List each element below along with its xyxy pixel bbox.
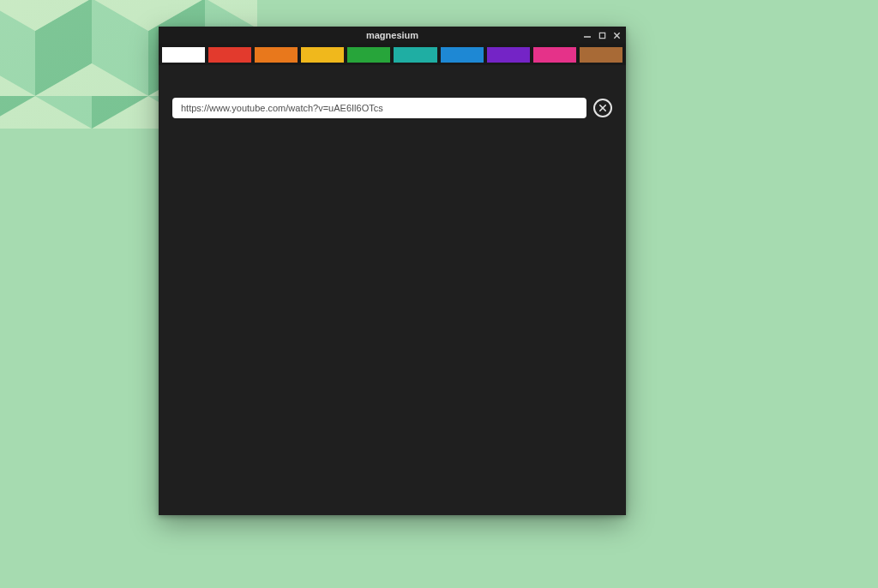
close-icon	[613, 32, 621, 39]
svg-rect-10	[599, 33, 604, 38]
x-icon	[599, 105, 606, 111]
url-input[interactable]	[172, 98, 586, 118]
content-area	[159, 125, 626, 515]
clear-button[interactable]	[593, 99, 612, 117]
tab-1[interactable]	[208, 47, 251, 63]
tab-6[interactable]	[441, 47, 484, 63]
titlebar-controls	[581, 27, 622, 44]
maximize-icon	[598, 32, 606, 39]
application-window: magnesium	[159, 27, 626, 515]
tab-9[interactable]	[580, 47, 622, 63]
tab-4[interactable]	[347, 47, 390, 63]
minimize-icon	[583, 31, 592, 39]
titlebar[interactable]: magnesium	[159, 27, 626, 44]
window-title: magnesium	[159, 30, 626, 40]
tab-8[interactable]	[533, 47, 576, 63]
close-button[interactable]	[610, 29, 622, 41]
tab-2[interactable]	[255, 47, 298, 63]
tab-5[interactable]	[394, 47, 436, 63]
address-row	[159, 65, 626, 125]
tab-7[interactable]	[487, 47, 530, 63]
tab-0[interactable]	[162, 47, 205, 63]
minimize-button[interactable]	[581, 29, 593, 41]
maximize-button[interactable]	[596, 29, 608, 41]
tab-strip	[159, 44, 626, 65]
tab-3[interactable]	[301, 47, 344, 63]
